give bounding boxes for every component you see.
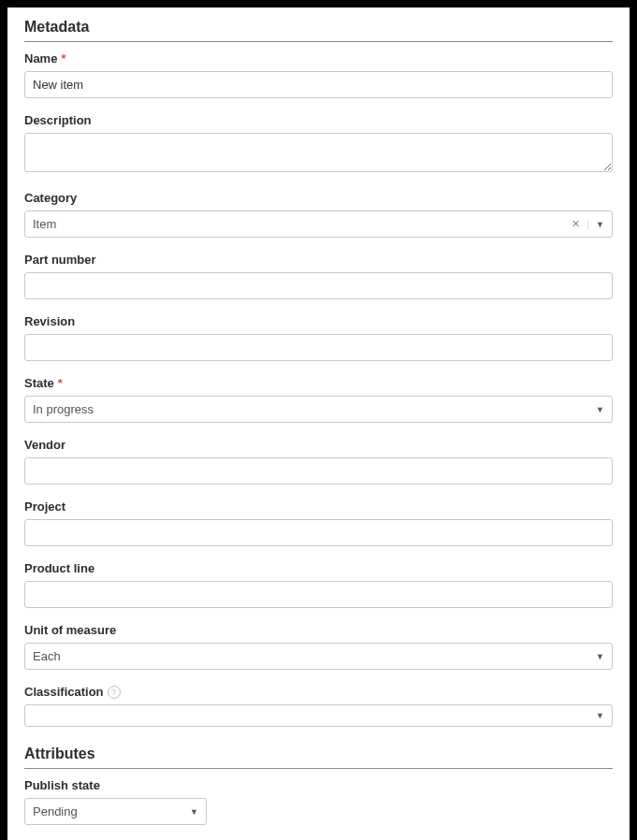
- name-label-text: Name: [24, 51, 57, 65]
- field-project: Project: [24, 500, 613, 546]
- unit-of-measure-label: Unit of measure: [24, 623, 613, 637]
- classification-label: Classification ?: [24, 685, 613, 699]
- chevron-down-icon: ▼: [587, 220, 604, 229]
- part-number-label: Part number: [24, 253, 613, 267]
- field-description: Description: [24, 113, 613, 176]
- field-category: Category Item ✕ ▼: [24, 191, 613, 238]
- category-select[interactable]: Item ✕ ▼: [24, 210, 613, 238]
- chevron-down-icon: ▼: [590, 405, 604, 414]
- description-input[interactable]: [24, 133, 613, 172]
- field-part-number: Part number: [24, 253, 613, 299]
- field-revision: Revision: [24, 314, 613, 361]
- field-publish-state: Publish state Pending ▼: [24, 778, 613, 825]
- publish-state-value: Pending: [33, 804, 184, 818]
- classification-label-text: Classification: [24, 685, 104, 699]
- state-label: State *: [24, 376, 613, 390]
- field-name: Name *: [24, 51, 613, 98]
- clear-icon[interactable]: ✕: [566, 218, 586, 230]
- field-unit-of-measure: Unit of measure Each ▼: [24, 623, 613, 670]
- state-value: In progress: [33, 402, 590, 416]
- unit-of-measure-label-text: Unit of measure: [24, 623, 116, 637]
- revision-input[interactable]: [24, 334, 613, 361]
- help-icon[interactable]: ?: [108, 686, 121, 699]
- revision-label-text: Revision: [24, 314, 75, 328]
- vendor-label-text: Vendor: [24, 438, 65, 452]
- product-line-label-text: Product line: [24, 561, 94, 575]
- part-number-label-text: Part number: [24, 253, 96, 267]
- chevron-down-icon: ▼: [590, 711, 604, 720]
- vendor-input[interactable]: [24, 457, 613, 485]
- description-label-text: Description: [24, 113, 92, 127]
- category-label-text: Category: [24, 191, 77, 205]
- unit-of-measure-value: Each: [33, 649, 590, 663]
- attributes-section-header: Attributes: [24, 742, 613, 769]
- chevron-down-icon: ▼: [184, 807, 198, 817]
- project-label: Project: [24, 500, 613, 514]
- part-number-input[interactable]: [24, 272, 613, 299]
- name-label: Name *: [24, 51, 613, 65]
- required-marker: *: [58, 376, 63, 390]
- state-label-text: State: [24, 376, 54, 390]
- metadata-section-header: Metadata: [24, 15, 613, 42]
- field-state: State * In progress ▼: [24, 376, 613, 423]
- project-label-text: Project: [24, 500, 65, 514]
- vendor-label: Vendor: [24, 438, 613, 452]
- revision-label: Revision: [24, 314, 613, 328]
- field-vendor: Vendor: [24, 438, 613, 485]
- category-label: Category: [24, 191, 613, 205]
- name-input[interactable]: [24, 71, 613, 98]
- classification-select[interactable]: ▼: [24, 704, 613, 727]
- form-container: Metadata Name * Description Category Ite…: [7, 7, 630, 840]
- required-marker: *: [61, 51, 65, 65]
- publish-state-label-text: Publish state: [24, 778, 100, 792]
- product-line-label: Product line: [24, 561, 613, 575]
- publish-state-select[interactable]: Pending ▼: [24, 798, 207, 825]
- project-input[interactable]: [24, 519, 613, 546]
- field-product-line: Product line: [24, 561, 613, 608]
- chevron-down-icon: ▼: [590, 652, 604, 661]
- state-select[interactable]: In progress ▼: [24, 396, 613, 423]
- description-label: Description: [24, 113, 613, 127]
- attributes-section: Attributes Publish state Pending ▼: [24, 742, 613, 825]
- unit-of-measure-select[interactable]: Each ▼: [24, 643, 613, 670]
- publish-state-label: Publish state: [24, 778, 613, 792]
- category-value: Item: [33, 217, 566, 231]
- field-classification: Classification ? ▼: [24, 685, 613, 727]
- product-line-input[interactable]: [24, 581, 613, 608]
